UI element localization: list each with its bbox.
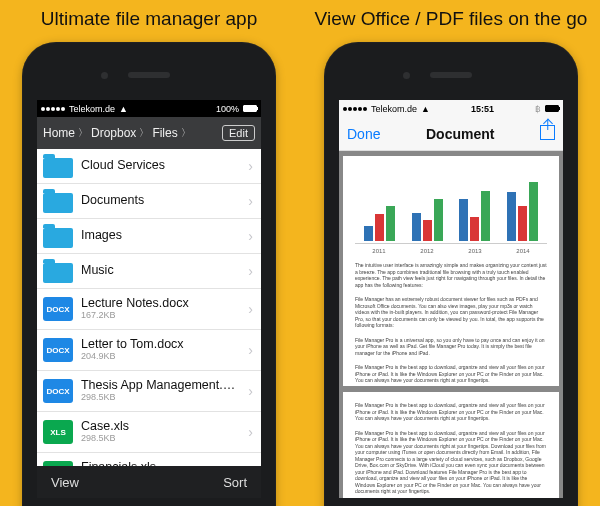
paragraph: The intuitive user interface is amazingl… [355,262,547,288]
file-name: Documents [81,194,144,208]
chevron-right-icon: › [248,383,253,399]
docx-icon: DOCX [43,297,73,321]
phone-frame-left: Telekom.de ▲ 100% Home 〉 Dropbox 〉 Files… [22,42,276,506]
crumb-files[interactable]: Files [152,126,177,140]
folder-icon [43,158,73,178]
edit-button[interactable]: Edit [222,125,255,141]
file-name: Lecture Notes.docx [81,297,189,311]
paragraph: File Manager Pro is the best app to down… [355,364,547,384]
share-icon [540,125,555,140]
file-size: 298.5KB [81,434,129,444]
view-button[interactable]: View [51,475,79,490]
file-list[interactable]: Cloud Services › Documents › Images › Mu… [37,149,261,466]
chevron-right-icon: 〉 [78,126,88,140]
sort-button[interactable]: Sort [223,475,247,490]
chevron-right-icon: › [248,263,253,279]
right-headline: View Office / PDF files on the go [302,0,600,40]
bluetooth-icon: ฿ [535,104,541,114]
wifi-icon: ▲ [119,104,128,114]
file-size: 298.5KB [81,393,240,403]
document-navbar: Done Document [339,117,563,151]
carrier-label: Telekom.de [371,104,417,114]
file-name: Cloud Services [81,159,165,173]
share-button[interactable] [540,125,555,143]
battery-icon [243,105,257,112]
folder-icon [43,263,73,283]
list-item[interactable]: Documents › [37,184,261,219]
chevron-right-icon: 〉 [139,126,149,140]
list-item[interactable]: Cloud Services › [37,149,261,184]
file-size: 167.2KB [81,311,189,321]
docx-icon: DOCX [43,338,73,362]
screen-right: Telekom.de ▲ 15:51 ฿ Done Document 20112… [339,100,563,498]
bottom-toolbar: View Sort [37,466,261,498]
list-item[interactable]: XLS Case.xls298.5KB › [37,412,261,453]
document-title: Document [380,126,540,142]
wifi-icon: ▲ [421,104,430,114]
signal-icon [41,107,65,111]
list-item[interactable]: DOCX Lecture Notes.docx167.2KB › [37,289,261,330]
file-name: Letter to Tom.docx [81,338,184,352]
folder-icon [43,193,73,213]
file-size: 204.9KB [81,352,184,362]
battery-pct: 100% [216,104,239,114]
document-viewport[interactable]: 2011201220132014 The intuitive user inte… [339,151,563,498]
file-name: Case.xls [81,420,129,434]
crumb-dropbox[interactable]: Dropbox [91,126,136,140]
carrier-label: Telekom.de [69,104,115,114]
paragraph: File Manager Pro is the best app to down… [355,402,547,422]
breadcrumb-bar: Home 〉 Dropbox 〉 Files 〉 Edit [37,117,261,149]
status-bar: Telekom.de ▲ 100% [37,100,261,117]
file-name: Images [81,229,122,243]
screen-left: Telekom.de ▲ 100% Home 〉 Dropbox 〉 Files… [37,100,261,498]
list-item[interactable]: Images › [37,219,261,254]
phone-frame-right: Telekom.de ▲ 15:51 ฿ Done Document 20112… [324,42,578,506]
chevron-right-icon: › [248,301,253,317]
chevron-right-icon: › [248,158,253,174]
chevron-right-icon: › [248,228,253,244]
clock: 15:51 [434,104,531,114]
folder-icon [43,228,73,248]
crumb-home[interactable]: Home [43,126,75,140]
chevron-right-icon: 〉 [181,126,191,140]
chevron-right-icon: › [248,342,253,358]
document-page: 2011201220132014 The intuitive user inte… [343,156,559,386]
file-name: Music [81,264,114,278]
list-item[interactable]: XLS Financials.xls298.5KB › [37,453,261,466]
file-name: Thesis App Management.docx [81,379,240,393]
paragraph: File Manager has an extremely robust doc… [355,296,547,329]
chart-x-axis: 2011201220132014 [355,248,547,254]
docx-icon: DOCX [43,379,73,403]
list-item[interactable]: Music › [37,254,261,289]
chevron-right-icon: › [248,424,253,440]
paragraph: File Manager Pro is a universal app, so … [355,337,547,357]
bar-chart [355,166,547,244]
done-button[interactable]: Done [347,126,380,142]
battery-icon [545,105,559,112]
document-page: File Manager Pro is the best app to down… [343,392,559,498]
paragraph: File Manager Pro is the best app to down… [355,430,547,495]
list-item[interactable]: DOCX Thesis App Management.docx298.5KB › [37,371,261,412]
xls-icon: XLS [43,420,73,444]
chevron-right-icon: › [248,193,253,209]
left-headline: Ultimate file manager app [0,0,298,40]
signal-icon [343,107,367,111]
list-item[interactable]: DOCX Letter to Tom.docx204.9KB › [37,330,261,371]
status-bar: Telekom.de ▲ 15:51 ฿ [339,100,563,117]
